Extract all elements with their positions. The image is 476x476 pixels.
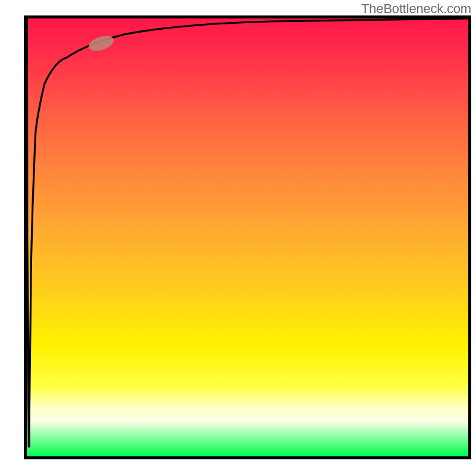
chart-canvas: TheBottleneck.com (0, 0, 476, 476)
watermark-text: TheBottleneck.com (361, 1, 471, 17)
initial-drop-path (27, 18, 29, 447)
bottleneck-curve-path (29, 18, 468, 447)
plot-area (27, 18, 468, 456)
curve-layer (27, 18, 468, 456)
curve-marker (87, 33, 116, 54)
svg-point-0 (87, 33, 116, 54)
